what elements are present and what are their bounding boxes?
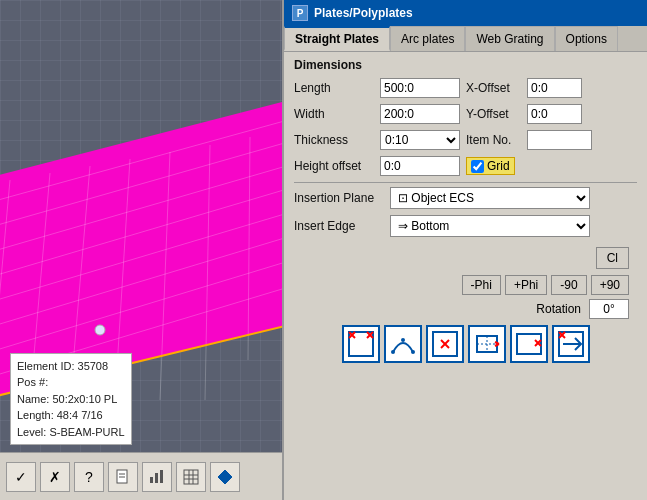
- placement-icon-1[interactable]: [342, 325, 380, 363]
- doc-button[interactable]: [108, 462, 138, 492]
- insert-edge-select[interactable]: ⇒ Bottom ⇒ Top ⇒ Left ⇒ Right: [390, 215, 590, 237]
- placement-icon-5[interactable]: [510, 325, 548, 363]
- 3d-viewport: Element ID: 35708 Pos #: Name: 50:2x0:10…: [0, 0, 282, 500]
- rotation-input[interactable]: [589, 299, 629, 319]
- help-button[interactable]: ?: [74, 462, 104, 492]
- icon-buttons-row: [294, 321, 637, 367]
- length-label: Length: [294, 81, 374, 95]
- insertion-plane-select[interactable]: ⊡ Object ECS World XY World XZ: [390, 187, 590, 209]
- svg-line-48: [495, 344, 499, 346]
- cancel-button[interactable]: ✗: [40, 462, 70, 492]
- svg-rect-27: [184, 470, 198, 484]
- svg-marker-32: [218, 470, 232, 484]
- tab-straight-plates[interactable]: Straight Plates: [284, 26, 390, 51]
- element-name: Name: 50:2x0:10 PL: [17, 391, 125, 408]
- grid-label: Grid: [487, 159, 510, 173]
- thickness-label: Thickness: [294, 133, 374, 147]
- chart-button[interactable]: [142, 462, 172, 492]
- width-input[interactable]: [380, 104, 460, 124]
- xoffset-label: X-Offset: [466, 81, 521, 95]
- width-label: Width: [294, 107, 374, 121]
- phi-plus-button[interactable]: +Phi: [505, 275, 547, 295]
- title-bar: P Plates/Polyplates: [284, 0, 647, 26]
- height-offset-row: Height offset Grid: [294, 156, 637, 176]
- tab-web-grating[interactable]: Web Grating: [465, 26, 554, 51]
- element-info-box: Element ID: 35708 Pos #: Name: 50:2x0:10…: [10, 353, 132, 446]
- svg-rect-25: [155, 473, 158, 483]
- svg-point-38: [391, 350, 395, 354]
- properties-panel: P Plates/Polyplates Straight Plates Arc …: [282, 0, 647, 500]
- divider-1: [294, 182, 637, 183]
- element-length: Length: 48:4 7/16: [17, 407, 125, 424]
- itemno-input[interactable]: [527, 130, 592, 150]
- svg-point-39: [411, 350, 415, 354]
- rotation-label: Rotation: [536, 302, 581, 316]
- length-input[interactable]: [380, 78, 460, 98]
- grid-checkbox-area: Grid: [466, 157, 515, 175]
- phi-minus-button[interactable]: -Phi: [462, 275, 501, 295]
- check-button[interactable]: ✓: [6, 462, 36, 492]
- element-level: Level: S-BEAM-PURL: [17, 424, 125, 441]
- svg-point-40: [401, 338, 405, 342]
- ci-button-row: Cl: [294, 243, 637, 273]
- svg-rect-26: [160, 470, 163, 483]
- thickness-row: Thickness 0:10 0:8 0:12 0:16 Item No.: [294, 130, 637, 150]
- tab-arc-plates[interactable]: Arc plates: [390, 26, 465, 51]
- yoffset-input[interactable]: [527, 104, 582, 124]
- insert-edge-label: Insert Edge: [294, 219, 384, 233]
- yoffset-label: Y-Offset: [466, 107, 521, 121]
- grid-button[interactable]: [176, 462, 206, 492]
- height-offset-input[interactable]: [380, 156, 460, 176]
- element-pos: Pos #:: [17, 374, 125, 391]
- length-row: Length X-Offset: [294, 78, 637, 98]
- xoffset-input[interactable]: [527, 78, 582, 98]
- width-row: Width Y-Offset: [294, 104, 637, 124]
- tab-options[interactable]: Options: [555, 26, 618, 51]
- insertion-plane-label: Insertion Plane: [294, 191, 384, 205]
- ci-button[interactable]: Cl: [596, 247, 629, 269]
- placement-icon-2[interactable]: [384, 325, 422, 363]
- svg-point-20: [95, 325, 105, 335]
- itemno-label: Item No.: [466, 133, 521, 147]
- dimensions-header: Dimensions: [294, 58, 637, 72]
- insert-edge-row: Insert Edge ⇒ Bottom ⇒ Top ⇒ Left ⇒ Righ…: [294, 215, 637, 237]
- rot-plus90-button[interactable]: +90: [591, 275, 629, 295]
- grid-checkbox[interactable]: [471, 160, 484, 173]
- panel-title: Plates/Polyplates: [314, 6, 413, 20]
- placement-icon-6[interactable]: [552, 325, 590, 363]
- form-body: Dimensions Length X-Offset Width Y-Offse…: [284, 52, 647, 500]
- thickness-select[interactable]: 0:10 0:8 0:12 0:16: [380, 130, 460, 150]
- insertion-plane-row: Insertion Plane ⊡ Object ECS World XY Wo…: [294, 187, 637, 209]
- element-id: Element ID: 35708: [17, 358, 125, 375]
- height-offset-label: Height offset: [294, 159, 374, 173]
- rotation-row: Rotation: [294, 297, 637, 321]
- placement-icon-4[interactable]: [468, 325, 506, 363]
- phi-row: -Phi +Phi -90 +90: [294, 273, 637, 297]
- tab-bar: Straight Plates Arc plates Web Grating O…: [284, 26, 647, 52]
- viewport-toolbar: ✓ ✗ ?: [0, 452, 282, 500]
- app-icon: P: [292, 5, 308, 21]
- svg-rect-24: [150, 477, 153, 483]
- placement-icon-3[interactable]: [426, 325, 464, 363]
- rot-minus90-button[interactable]: -90: [551, 275, 586, 295]
- diamond-button[interactable]: [210, 462, 240, 492]
